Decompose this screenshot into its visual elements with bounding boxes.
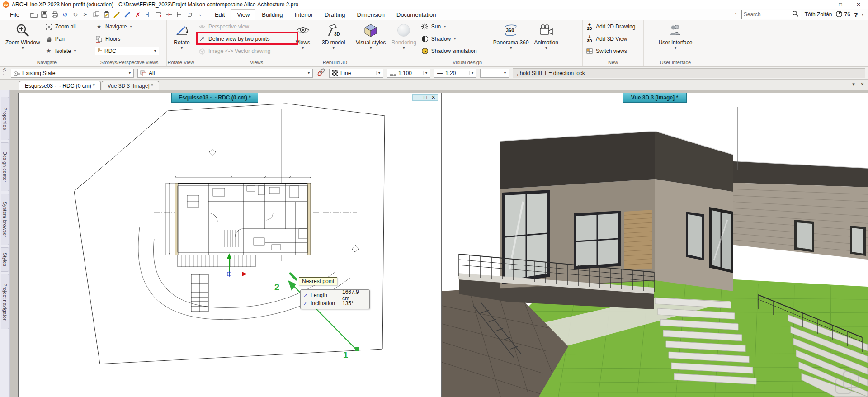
title-bar: 23 ARCHLine.XP 2023 Non-profit (educatio… <box>0 0 868 9</box>
floor-plan-canvas[interactable] <box>19 93 441 397</box>
group-label-user-interface: User interface <box>644 60 707 65</box>
tab-vue-3d[interactable]: Vue 3D 3 [Image] * <box>102 81 159 90</box>
snap-off-icon[interactable] <box>165 10 174 19</box>
pan-button[interactable]: Pan <box>43 33 78 45</box>
ribbon-collapse-icon[interactable]: ⌃ <box>734 12 737 17</box>
floors-button[interactable]: Floors <box>93 33 161 45</box>
paste-icon[interactable] <box>102 10 111 19</box>
tab-close-icon[interactable]: ✕ <box>860 81 864 87</box>
ribbon-group-navigate: Zoom Window ▾ Zoom all Pan ★ Isolate <box>2 20 92 66</box>
zoom-all-button[interactable]: Zoom all <box>43 20 78 33</box>
search-input[interactable] <box>744 11 792 18</box>
switch-views-button[interactable]: Switch views <box>584 45 637 57</box>
visual-styles-button[interactable]: Visual styles ▾ <box>353 20 388 57</box>
app-icon: 23 <box>3 1 9 8</box>
scale-combo[interactable]: 1:100 ▾ <box>387 69 430 78</box>
svg-text:360: 360 <box>506 28 514 33</box>
undo-icon[interactable]: ↺ <box>61 10 70 19</box>
state-combo[interactable]: Existing State ▾ <box>11 69 134 78</box>
image-vector-icon <box>198 47 206 55</box>
tab-esquisse03[interactable]: Esquisse03 - - RDC (0 cm) * <box>19 81 101 90</box>
sun-button[interactable]: Sun ▾ <box>419 20 491 33</box>
quality-checker-icon <box>331 70 339 77</box>
shadow-button: Shadow ▾ <box>419 33 491 45</box>
search-icon[interactable] <box>792 10 799 19</box>
open-icon[interactable] <box>29 10 38 19</box>
house-main <box>500 131 733 291</box>
delete-icon[interactable]: ✗ <box>133 10 142 19</box>
minimize-button[interactable]: — <box>819 1 826 8</box>
viewport-3d-title[interactable]: Vue 3D 3 [Image] * <box>623 93 687 103</box>
snap-angle-icon[interactable]: +? <box>185 10 194 19</box>
state-icon <box>13 70 20 77</box>
menu-file[interactable]: File <box>5 10 25 19</box>
menu-edit[interactable]: Edit <box>209 10 230 19</box>
switch-views-icon <box>585 47 594 55</box>
menu-view[interactable]: View <box>231 9 255 20</box>
perspective-view-button[interactable]: Perspective view <box>196 20 289 33</box>
render-3d-canvas[interactable] <box>442 93 868 397</box>
menu-documentation[interactable]: Documentation <box>391 10 441 19</box>
quality-combo[interactable]: Fine ▾ <box>329 69 383 78</box>
viewport-minimize-icon[interactable]: — <box>415 95 420 100</box>
views-eye-icon <box>295 22 311 38</box>
cut-icon[interactable]: ✂ <box>81 10 90 19</box>
image-vector-button[interactable]: Image <-> Vector drawing <box>196 45 289 57</box>
toolbar-dock-label[interactable]: Vi... <box>1 68 7 79</box>
viewport-2d-title[interactable]: Esquisse03 - - RDC (0 cm) * <box>171 93 258 103</box>
menu-drafting[interactable]: Drafting <box>319 10 351 19</box>
snap-perp-icon[interactable] <box>175 10 184 19</box>
navigate-button[interactable]: ★ Navigate ▾ <box>93 20 161 33</box>
menu-building[interactable]: Building <box>256 10 288 19</box>
zoom-window-button[interactable]: Zoom Window ▾ <box>3 20 43 57</box>
brush-icon[interactable] <box>113 10 122 19</box>
3d-model-button[interactable]: 3D 3D model ▾ <box>319 20 348 57</box>
pen-icon[interactable] <box>123 10 132 19</box>
user-interface-button[interactable]: User interface ▾ <box>656 20 695 57</box>
license-timer-icon <box>835 10 843 19</box>
user-interface-people-icon <box>668 22 683 38</box>
views-button[interactable]: Views ▾ <box>289 20 317 57</box>
sidebar-tab-properties[interactable]: Properties <box>1 97 9 140</box>
snap-endpoint-icon[interactable] <box>144 10 153 19</box>
ribbon: Zoom Window ▾ Zoom all Pan ★ Isolate <box>0 20 868 67</box>
redo-icon[interactable]: ↻ <box>71 10 80 19</box>
line-scale-combo[interactable]: — 1:20 ▾ <box>434 69 476 78</box>
rendering-button[interactable]: Rendering ▾ <box>388 20 419 57</box>
layer-combo[interactable]: All ▾ <box>137 69 313 78</box>
viewport-maximize-icon[interactable]: □ <box>423 95 428 100</box>
panorama-360-button[interactable]: 360 Panorama 360 ▾ <box>491 20 532 57</box>
viewport-2d-window: Esquisse03 - - RDC (0 cm) * — □ ✕ <box>18 93 441 397</box>
close-button[interactable]: ✕ <box>855 1 862 8</box>
add-3d-view-button[interactable]: +3D Add 3D View <box>584 33 637 45</box>
save-icon[interactable] <box>40 10 49 19</box>
menu-interior[interactable]: Interior <box>289 10 318 19</box>
link-properties-icon[interactable] <box>316 68 326 78</box>
ribbon-group-storeys: ★ Navigate ▾ Floors RDC ▾ Storeys/Per <box>92 20 167 66</box>
sidebar-tab-design-center[interactable]: Design center <box>1 142 9 191</box>
sidebar-tab-system-browser[interactable]: System browser <box>1 194 9 245</box>
menu-bar: File ↺ ↻ ✂ ✗ +? ⌄ Edit View Building Int… <box>0 9 868 20</box>
group-label-navigate: Navigate <box>2 60 92 65</box>
add-2d-drawing-button[interactable]: +2D Add 2D Drawing <box>584 20 637 33</box>
help-dropdown-icon[interactable]: ▾ <box>862 13 863 17</box>
menu-dimension[interactable]: Dimension <box>352 10 390 19</box>
help-icon[interactable]: ? <box>854 11 858 19</box>
sidebar-tab-project-navigator[interactable]: Project navigator <box>1 274 9 329</box>
snap-ortho-icon[interactable] <box>154 10 163 19</box>
copy-icon[interactable] <box>92 10 101 19</box>
toolbar-overflow-icon[interactable]: ⌄ <box>196 10 205 19</box>
print-icon[interactable] <box>50 10 59 19</box>
shadow-simulation-button[interactable]: Shadow simulation <box>419 45 491 57</box>
isolate-button[interactable]: ★ Isolate ▾ <box>43 45 78 57</box>
storey-combo[interactable]: RDC ▾ <box>95 47 159 55</box>
animation-button[interactable]: Animation ▾ <box>532 20 561 57</box>
sidebar-tab-styles[interactable]: Styles <box>1 247 9 272</box>
empty-combo[interactable]: ▾ <box>480 69 509 78</box>
tab-list-icon[interactable]: ▾ <box>852 81 855 87</box>
viewport-close-icon[interactable]: ✕ <box>431 95 436 100</box>
user-name[interactable]: Tóth Zoltán <box>805 11 832 18</box>
define-view-by-two-points-button[interactable]: Define view by two points <box>196 33 289 45</box>
maximize-button[interactable]: □ <box>837 1 844 8</box>
rotate-button[interactable]: Rotate ▾ <box>168 20 196 57</box>
